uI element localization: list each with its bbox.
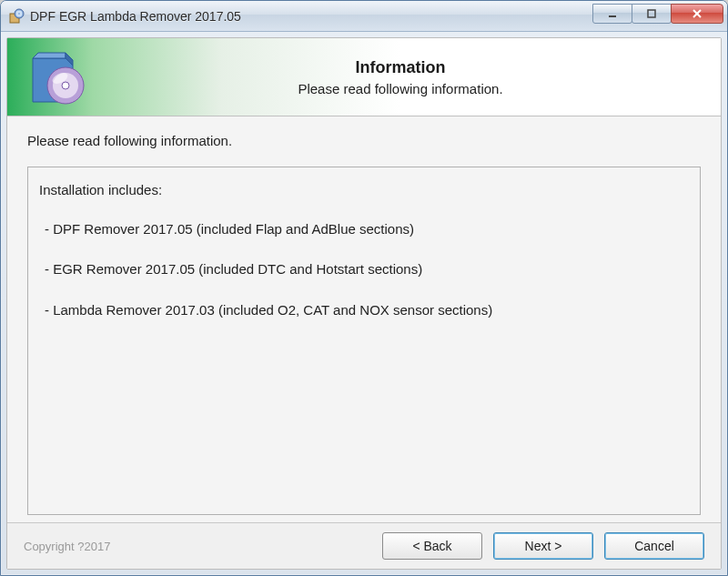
info-box: Installation includes: - DPF Remover 201… — [27, 167, 701, 515]
info-item: - EGR Remover 2017.05 (included DTC and … — [45, 259, 689, 280]
titlebar: DPF EGR Lambda Remover 2017.05 — [1, 1, 727, 32]
client-area: Information Please read following inform… — [6, 37, 722, 570]
info-heading: Installation includes: — [39, 180, 689, 201]
svg-rect-4 — [609, 15, 616, 17]
app-icon — [8, 8, 25, 25]
window-title: DPF EGR Lambda Remover 2017.05 — [30, 9, 593, 24]
box-cd-icon — [25, 45, 91, 109]
copyright-text: Copyright ?2017 — [24, 540, 110, 553]
maximize-icon — [646, 8, 657, 19]
info-item: - DPF Remover 2017.05 (included Flap and… — [45, 219, 689, 240]
page-subtitle: Please read following information. — [98, 81, 703, 96]
maximize-button[interactable] — [632, 4, 672, 24]
body-panel: Please read following information. Insta… — [7, 116, 721, 522]
close-button[interactable] — [671, 4, 723, 24]
close-icon — [691, 7, 703, 20]
svg-point-3 — [18, 13, 20, 15]
back-button[interactable]: < Back — [382, 532, 482, 560]
wizard-window: DPF EGR Lambda Remover 2017.05 — [0, 0, 728, 576]
footer: Copyright ?2017 < Back Next > Cancel — [7, 522, 721, 569]
svg-point-10 — [62, 82, 69, 89]
lead-text: Please read following information. — [27, 133, 701, 148]
cancel-button[interactable]: Cancel — [604, 532, 704, 560]
svg-rect-5 — [648, 10, 655, 17]
header-panel: Information Please read following inform… — [7, 38, 721, 116]
info-item: - Lambda Remover 2017.03 (included O2, C… — [45, 300, 689, 321]
page-title: Information — [98, 58, 703, 77]
next-button[interactable]: Next > — [493, 532, 593, 560]
window-controls — [593, 4, 723, 24]
minimize-icon — [607, 8, 618, 19]
minimize-button[interactable] — [592, 4, 632, 24]
